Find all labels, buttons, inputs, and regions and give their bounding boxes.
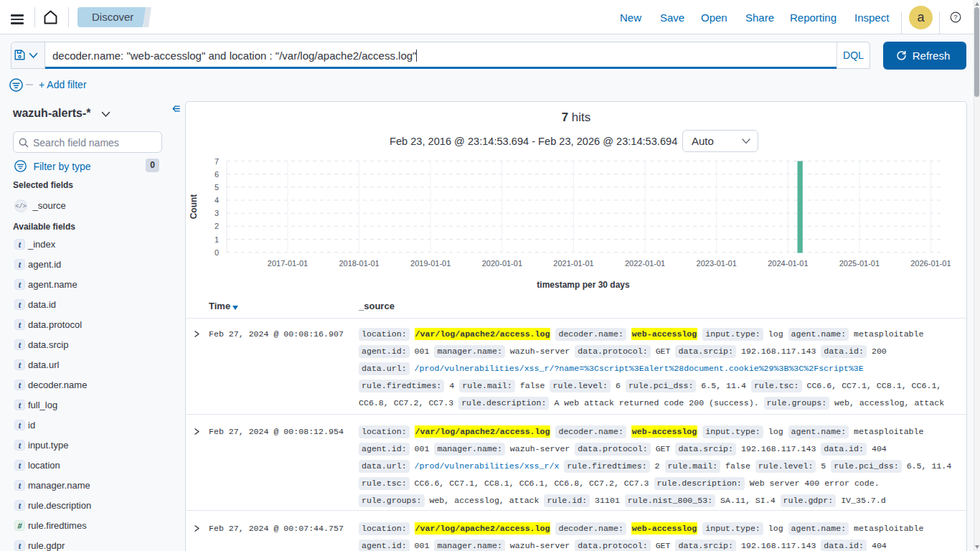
svg-text:2019-01-01: 2019-01-01 [410,259,451,268]
svg-text:2017-01-01: 2017-01-01 [268,259,308,268]
svg-text:2025-01-01: 2025-01-01 [839,259,880,268]
svg-text:4: 4 [215,196,219,204]
svg-text:Count: Count [189,194,199,220]
svg-text:2018-01-01: 2018-01-01 [339,259,379,268]
svg-text:timestamp per 30 days: timestamp per 30 days [537,280,630,290]
svg-text:?: ? [953,13,957,21]
svg-text:6: 6 [215,170,219,179]
svg-text:2023-01-01: 2023-01-01 [697,259,737,268]
svg-text:2: 2 [215,222,219,230]
svg-text:2020-01-01: 2020-01-01 [482,259,522,268]
svg-text:7: 7 [215,157,219,166]
svg-text:</>: </> [15,203,26,210]
svg-text:2024-01-01: 2024-01-01 [768,259,808,268]
svg-text:2021-01-01: 2021-01-01 [553,259,593,268]
svg-text:1: 1 [215,235,219,244]
svg-text:5: 5 [215,183,219,192]
svg-text:2026-01-01: 2026-01-01 [910,259,951,268]
svg-text:2022-01-01: 2022-01-01 [625,259,665,268]
svg-text:3: 3 [215,209,219,217]
svg-text:0: 0 [215,248,219,257]
